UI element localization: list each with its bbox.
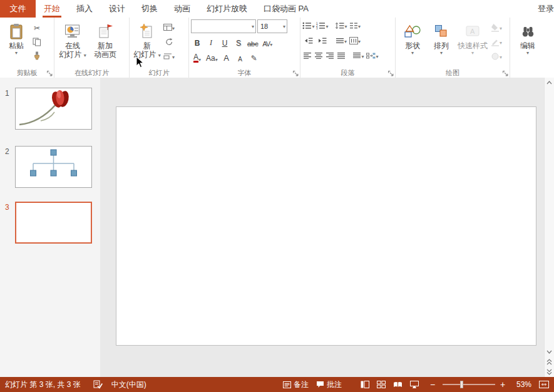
bold-button[interactable]: B bbox=[191, 35, 203, 48]
tab-pocket-animation[interactable]: 口袋动画 PA bbox=[255, 0, 317, 18]
next-slide-button[interactable] bbox=[545, 367, 554, 377]
previous-slide-button[interactable] bbox=[545, 357, 554, 367]
tab-design[interactable]: 设计 bbox=[101, 0, 133, 18]
justify-button[interactable] bbox=[336, 50, 346, 63]
format-painter-button[interactable] bbox=[31, 51, 43, 63]
paste-button[interactable]: 粘贴 ▾ bbox=[2, 19, 31, 68]
current-slide[interactable] bbox=[116, 106, 536, 346]
increase-font-size-button[interactable]: A bbox=[220, 50, 233, 63]
new-animation-page-button[interactable]: 新加 动画页 bbox=[89, 19, 121, 68]
font-dialog-launcher[interactable] bbox=[293, 71, 299, 76]
section-button[interactable]: ▾ bbox=[163, 51, 175, 63]
file-menu-button[interactable]: 文件 bbox=[0, 0, 36, 18]
decrease-indent-button[interactable] bbox=[302, 35, 315, 48]
chevron-down-icon: ▾ bbox=[172, 54, 175, 60]
cut-button[interactable]: ✂ bbox=[31, 22, 43, 34]
arrange-button[interactable]: 排列 ▾ bbox=[428, 19, 455, 68]
notes-label: 备注 bbox=[294, 379, 309, 390]
arrange-icon bbox=[434, 21, 448, 41]
fit-slide-to-window-button[interactable] bbox=[539, 381, 549, 388]
font-family-select[interactable]: ▾ bbox=[191, 19, 256, 33]
change-case-button[interactable]: Aa▾ bbox=[205, 50, 219, 63]
tab-insert[interactable]: 插入 bbox=[68, 0, 101, 18]
new-slide-button[interactable]: 新 幻灯片 ▾ bbox=[131, 19, 163, 68]
clipboard-dialog-launcher[interactable] bbox=[47, 71, 53, 76]
shapes-icon bbox=[404, 21, 421, 41]
shape-outline-button[interactable]: ▾ bbox=[490, 36, 503, 49]
font-color-button[interactable]: A▾ bbox=[191, 50, 203, 63]
increase-indent-button[interactable] bbox=[316, 35, 329, 48]
chevron-down-icon: ▾ bbox=[358, 39, 361, 44]
tab-animations[interactable]: 动画 bbox=[166, 0, 198, 18]
quick-styles-button[interactable]: A 快速样式 ▾ bbox=[455, 19, 490, 68]
align-text-button[interactable]: ▾ bbox=[335, 35, 347, 48]
reading-view-icon bbox=[393, 381, 403, 388]
align-right-button[interactable] bbox=[325, 50, 335, 63]
font-group-label: 字体 bbox=[189, 69, 300, 77]
line-spacing-button[interactable]: ▾ bbox=[335, 20, 347, 33]
section-icon bbox=[163, 53, 172, 61]
paragraph-dialog-launcher[interactable] bbox=[388, 71, 394, 76]
language-button[interactable]: 中文(中国) bbox=[111, 379, 146, 390]
character-spacing-button[interactable]: AV▾ bbox=[261, 35, 274, 48]
font-color-icon: A bbox=[193, 54, 198, 63]
online-slides-button[interactable]: 在线 幻灯片 ▾ bbox=[56, 19, 89, 68]
slideshow-view-button[interactable] bbox=[410, 381, 419, 388]
underline-button[interactable]: U bbox=[218, 35, 231, 48]
tab-home[interactable]: 开始 bbox=[36, 0, 68, 18]
vertical-scrollbar[interactable] bbox=[544, 78, 554, 377]
convert-smartart-button[interactable]: ▾ bbox=[366, 50, 379, 63]
clear-formatting-button[interactable]: ✎ bbox=[248, 50, 260, 63]
strikethrough-button[interactable]: abc bbox=[246, 35, 260, 48]
zoom-level[interactable]: 53% bbox=[516, 380, 531, 389]
zoom-slider-handle[interactable] bbox=[460, 381, 463, 388]
notes-button[interactable]: 备注 bbox=[283, 379, 309, 390]
notes-icon bbox=[283, 381, 291, 388]
zoom-out-button[interactable]: − bbox=[430, 380, 438, 389]
spellcheck-button[interactable] bbox=[93, 380, 103, 389]
distributed-align-button[interactable]: ▾ bbox=[352, 50, 365, 63]
paragraph-group: ▾ 123 ▾ ▾ ▾ bbox=[300, 18, 396, 78]
tab-transitions[interactable]: 切换 bbox=[133, 0, 166, 18]
clipboard-small-buttons: ✂ bbox=[31, 19, 43, 68]
increase-indent-icon bbox=[318, 37, 327, 46]
slide-1-thumbnail[interactable] bbox=[15, 88, 92, 130]
chevron-down-icon: ▾ bbox=[526, 50, 529, 56]
shape-fill-button[interactable]: ▾ bbox=[490, 22, 503, 34]
editing-button[interactable]: 编辑 ▾ bbox=[512, 19, 543, 68]
reading-view-button[interactable] bbox=[393, 381, 403, 388]
normal-view-button[interactable] bbox=[361, 381, 369, 388]
decrease-font-size-button[interactable]: A bbox=[234, 50, 247, 63]
scroll-down-button[interactable] bbox=[545, 347, 554, 357]
align-center-button[interactable] bbox=[314, 50, 324, 63]
copy-button[interactable] bbox=[31, 36, 43, 49]
slide-layout-button[interactable]: ▾ bbox=[163, 22, 175, 34]
new-animation-page-icon bbox=[98, 21, 113, 41]
shapes-button[interactable]: 形状 ▾ bbox=[398, 19, 428, 68]
text-direction-button[interactable]: ▾ bbox=[349, 35, 361, 48]
text-shadow-button[interactable]: S bbox=[232, 35, 245, 48]
slide-3-thumbnail[interactable] bbox=[15, 202, 92, 244]
slide-2-thumbnail[interactable] bbox=[15, 146, 92, 188]
scroll-up-button[interactable] bbox=[545, 78, 554, 88]
bullets-button[interactable]: ▾ bbox=[302, 20, 315, 33]
shape-effects-button[interactable]: ▾ bbox=[490, 51, 503, 63]
comments-label: 批注 bbox=[327, 379, 342, 390]
zoom-in-button[interactable]: + bbox=[500, 380, 508, 389]
numbering-button[interactable]: 123 ▾ bbox=[316, 20, 329, 33]
font-size-select[interactable]: 18▾ bbox=[257, 19, 287, 33]
slide-1-number: 1 bbox=[5, 89, 9, 98]
zoom-slider[interactable] bbox=[443, 384, 495, 385]
chevron-down-icon: ▾ bbox=[326, 24, 328, 29]
align-left-button[interactable] bbox=[302, 50, 312, 63]
slide-sorter-view-button[interactable] bbox=[377, 381, 386, 388]
chevron-down-icon: ▾ bbox=[500, 26, 502, 31]
login-button[interactable]: 登录 bbox=[535, 0, 554, 18]
columns-button[interactable]: ▾ bbox=[349, 20, 361, 33]
drawing-dialog-launcher[interactable] bbox=[503, 71, 508, 76]
slide-layout-icon bbox=[163, 24, 172, 33]
comments-button[interactable]: 批注 bbox=[316, 379, 342, 390]
reset-slide-button[interactable] bbox=[163, 36, 175, 49]
italic-button[interactable]: I bbox=[205, 35, 217, 48]
tab-slideshow[interactable]: 幻灯片放映 bbox=[198, 0, 255, 18]
